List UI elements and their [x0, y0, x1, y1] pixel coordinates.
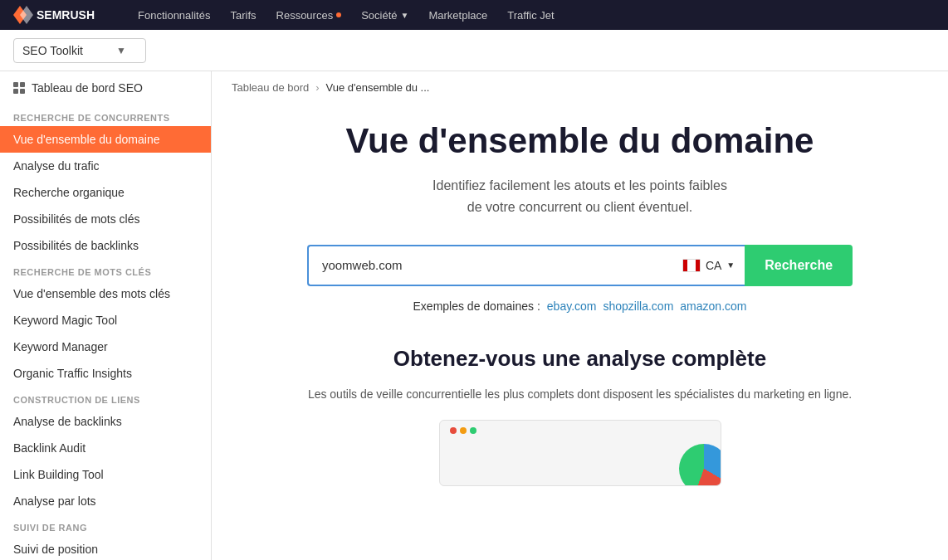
example-shopzilla[interactable]: shopzilla.com — [603, 299, 674, 313]
breadcrumb-parent[interactable]: Tableau de bord — [232, 81, 309, 94]
chevron-down-icon: ▼ — [401, 11, 409, 20]
sidebar-item-link-building-tool[interactable]: Link Building Tool — [0, 461, 211, 488]
flag-ca-icon — [682, 259, 701, 272]
sidebar-item-recherche-organique[interactable]: Recherche organique — [0, 179, 211, 206]
page-title: Vue d'ensemble du domaine — [261, 120, 898, 162]
preview-dots — [450, 427, 476, 434]
sidebar-item-vue-ensemble[interactable]: Vue d'ensemble du domaine — [0, 126, 211, 153]
main-content: Tableau de bord › Vue d'ensemble du ... … — [212, 71, 948, 560]
preview-card — [439, 420, 721, 486]
examples-label: Exemples de domaines : — [413, 299, 540, 313]
breadcrumb-current: Vue d'ensemble du ... — [326, 81, 430, 94]
logo[interactable]: SEMRUSH — [13, 6, 105, 24]
sidebar-item-dashboard[interactable]: Tableau de bord SEO — [0, 71, 211, 105]
sidebar-item-possibilites-backlinks[interactable]: Possibilités de backlinks — [0, 232, 211, 259]
example-amazon[interactable]: amazon.com — [680, 299, 746, 313]
country-code: CA — [706, 259, 721, 272]
page-subtitle: Identifiez facilement les atouts et les … — [261, 175, 898, 217]
nav-ressources[interactable]: Ressources — [276, 9, 342, 22]
country-selector[interactable]: CA ▼ — [672, 245, 745, 286]
grid-icon — [13, 82, 25, 94]
sidebar-item-keyword-magic-tool[interactable]: Keyword Magic Tool — [0, 307, 211, 334]
top-navigation: SEMRUSH Fonctionnalités Tarifs Ressource… — [0, 0, 948, 30]
sidebar-section-mots-cles: RECHERCHE DE MOTS CLÉS — [0, 259, 211, 280]
sidebar-item-analyse-trafic[interactable]: Analyse du trafic — [0, 153, 211, 179]
examples-row: Exemples de domaines : ebay.com shopzill… — [261, 299, 898, 313]
sidebar-item-analyse-lots[interactable]: Analyse par lots — [0, 488, 211, 514]
chevron-down-icon: ▼ — [116, 45, 126, 56]
ressources-notification-dot — [336, 12, 341, 17]
toolkit-label: SEO Toolkit — [22, 44, 83, 57]
svg-text:SEMRUSH: SEMRUSH — [37, 8, 95, 22]
sidebar-item-organic-traffic-insights[interactable]: Organic Traffic Insights — [0, 360, 211, 387]
chevron-down-icon: ▼ — [726, 261, 735, 270]
sidebar-section-concurrents: RECHERCHE DE CONCURRENTS — [0, 105, 211, 126]
search-button[interactable]: Recherche — [745, 245, 853, 286]
nav-links: Fonctionnalités Tarifs Ressources Sociét… — [138, 9, 935, 22]
breadcrumb: Tableau de bord › Vue d'ensemble du ... — [212, 71, 948, 104]
sidebar-item-suivi-position[interactable]: Suivi de position — [0, 536, 211, 560]
search-row: CA ▼ Recherche — [261, 245, 898, 286]
section2-desc: Les outils de veille concurrentielle les… — [261, 385, 898, 403]
sidebar-item-analyse-backlinks[interactable]: Analyse de backlinks — [0, 408, 211, 435]
sidebar-item-backlink-audit[interactable]: Backlink Audit — [0, 435, 211, 461]
section2-title: Obtenez-vous une analyse complète — [261, 346, 898, 372]
sidebar-section-construction-liens: CONSTRUCTION DE LIENS — [0, 387, 211, 408]
domain-input[interactable] — [307, 245, 672, 286]
sidebar-item-keyword-manager[interactable]: Keyword Manager — [0, 334, 211, 360]
content-body: Vue d'ensemble du domaine Identifiez fac… — [212, 104, 948, 503]
sidebar: Tableau de bord SEO RECHERCHE DE CONCURR… — [0, 71, 212, 560]
dot-red — [450, 427, 457, 434]
main-layout: Tableau de bord SEO RECHERCHE DE CONCURR… — [0, 71, 948, 560]
preview-area — [261, 420, 898, 486]
example-ebay[interactable]: ebay.com — [547, 299, 597, 313]
dot-green — [470, 427, 476, 434]
nav-fonctionnalites[interactable]: Fonctionnalités — [138, 9, 210, 22]
nav-societe[interactable]: Société ▼ — [361, 9, 408, 22]
chevron-right-icon: › — [315, 81, 319, 94]
nav-marketplace[interactable]: Marketplace — [428, 9, 487, 22]
dot-yellow — [460, 427, 467, 434]
toolbar: SEO Toolkit ▼ — [0, 30, 948, 71]
nav-tarifs[interactable]: Tarifs — [230, 9, 256, 22]
sidebar-section-suivi-rang: SUIVI DE RANG — [0, 514, 211, 536]
toolkit-dropdown[interactable]: SEO Toolkit ▼ — [13, 38, 146, 63]
sidebar-item-vue-ensemble-mots[interactable]: Vue d'ensemble des mots clés — [0, 280, 211, 307]
donut-chart — [679, 444, 721, 486]
nav-traffic-jet[interactable]: Traffic Jet — [507, 9, 554, 22]
sidebar-item-possibilites-mots[interactable]: Possibilités de mots clés — [0, 206, 211, 232]
